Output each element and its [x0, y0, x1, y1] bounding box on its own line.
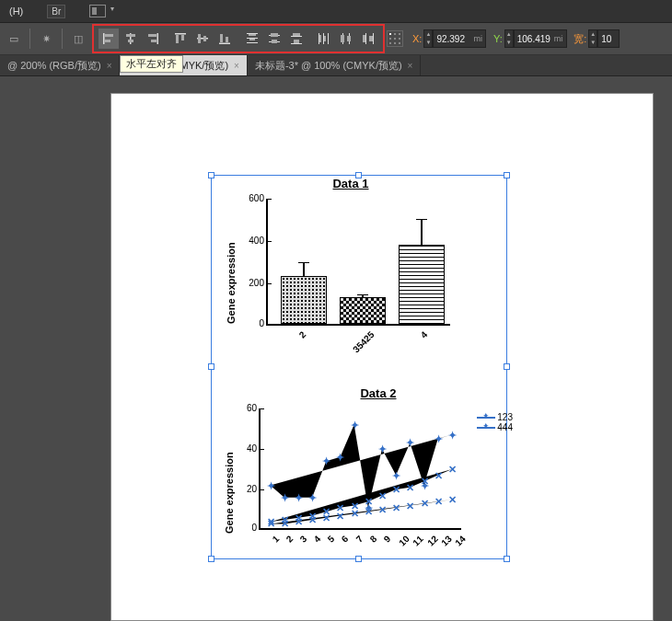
chart2-title: Data 2: [249, 386, 507, 400]
svg-rect-2: [105, 40, 110, 42]
dist-vcenter-icon[interactable]: [264, 29, 284, 49]
svg-rect-7: [148, 34, 156, 37]
svg-rect-26: [272, 40, 277, 43]
tab-doc1[interactable]: @ 200% (RGB/预览)×: [0, 55, 120, 75]
tab-doc3[interactable]: 未标题-3* @ 100% (CMYK/预览)×: [248, 55, 422, 75]
svg-rect-4: [126, 34, 135, 37]
align-top-icon[interactable]: [170, 29, 191, 49]
align-right-icon[interactable]: [143, 29, 163, 49]
chart2-legend: 123 444: [477, 412, 513, 432]
y-field: Y: ▲▼ mi: [492, 29, 568, 48]
svg-rect-28: [291, 43, 302, 44]
svg-rect-10: [176, 35, 179, 43]
bar-1: [281, 276, 327, 324]
svg-rect-17: [226, 37, 228, 42]
svg-rect-21: [249, 34, 256, 36]
chart-1: Data 1 Gene expression 600 400 200 0 2 3…: [222, 177, 452, 361]
y-label: Y:: [493, 33, 503, 44]
artboard: Data 1 Gene expression 600 400 200 0 2 3…: [110, 93, 654, 621]
svg-rect-30: [294, 40, 299, 43]
svg-rect-20: [247, 42, 258, 43]
align-hcenter-icon[interactable]: [121, 29, 141, 49]
dist-top-icon[interactable]: [242, 29, 262, 49]
x-unit: mi: [473, 34, 482, 43]
svg-rect-13: [198, 34, 201, 43]
y-unit: mi: [554, 34, 563, 43]
document-tabs: @ 200% (RGB/预览)× @ 100% (CMYK/预览)× 未标题-3…: [0, 55, 672, 76]
svg-rect-19: [247, 38, 258, 39]
svg-rect-27: [291, 36, 302, 37]
svg-rect-35: [324, 36, 326, 41]
svg-rect-0: [103, 33, 105, 44]
w-field: 宽: ▲▼: [572, 29, 620, 48]
dist-right-icon[interactable]: [358, 29, 378, 49]
svg-rect-15: [219, 43, 230, 45]
reference-point-icon[interactable]: [387, 30, 403, 47]
w-label: 宽:: [574, 32, 586, 46]
chart2-lines: [261, 408, 463, 530]
svg-rect-14: [203, 36, 206, 41]
align-bottom-icon[interactable]: [214, 29, 235, 49]
svg-rect-31: [319, 33, 319, 44]
svg-rect-40: [365, 33, 366, 44]
menu-help[interactable]: (H): [4, 6, 29, 17]
svg-rect-6: [157, 33, 159, 44]
svg-rect-16: [220, 34, 223, 42]
svg-rect-29: [293, 33, 300, 36]
svg-rect-39: [347, 36, 351, 41]
close-icon[interactable]: ×: [107, 61, 112, 71]
svg-rect-22: [249, 39, 255, 40]
svg-rect-32: [323, 33, 324, 44]
svg-rect-11: [181, 35, 184, 40]
x-spinner[interactable]: ▲▼: [423, 29, 433, 48]
tooltip-align-left: 水平左对齐: [120, 55, 183, 73]
chart1-plot: 600 400 200 0 2 35425 4: [266, 199, 450, 326]
dist-bottom-icon[interactable]: [286, 29, 307, 49]
dist-hcenter-icon[interactable]: [336, 29, 356, 49]
chart-2: Data 2 Gene expression 60 40 20 0 ✦✦✦✦✦✦…: [213, 386, 507, 570]
svg-rect-42: [363, 35, 365, 42]
close-icon[interactable]: ×: [408, 61, 413, 71]
bar-3: [399, 245, 445, 324]
chart2-ylabel: Gene expression: [224, 452, 235, 534]
svg-rect-1: [105, 34, 113, 37]
chart1-title: Data 1: [249, 177, 452, 190]
transform-icon[interactable]: ◫: [67, 28, 89, 50]
align-left-icon[interactable]: [98, 29, 119, 49]
w-spinner[interactable]: ▲▼: [588, 29, 597, 48]
canvas[interactable]: Data 1 Gene expression 600 400 200 0 2 3…: [0, 76, 672, 621]
svg-rect-33: [328, 33, 329, 44]
x-label: X:: [412, 33, 422, 44]
svg-rect-34: [319, 35, 321, 42]
menubar: (H) Br: [0, 0, 672, 23]
gear-icon[interactable]: ✷: [35, 28, 57, 50]
chart2-plot: 60 40 20 0 ✦✦✦✦✦✦✦✦✦✦✦✦✦✦✕✕✕✕✕✕✕✕✕✕✕✕✕✕✕…: [259, 408, 461, 530]
dist-left-icon[interactable]: [314, 29, 334, 49]
chart1-ylabel: Gene expression: [226, 242, 237, 324]
control-bar: ▭ ✷ ◫ X: ▲▼ mi Y: ▲▼ mi 宽: ▲▼: [0, 23, 672, 55]
align-vcenter-icon[interactable]: [192, 29, 213, 49]
doc-setup-icon[interactable]: ▭: [3, 28, 25, 50]
svg-rect-5: [128, 40, 133, 42]
svg-rect-8: [151, 40, 156, 42]
svg-rect-9: [175, 33, 186, 35]
svg-rect-18: [247, 33, 258, 34]
w-input[interactable]: [597, 29, 620, 48]
bridge-icon[interactable]: Br: [47, 5, 65, 18]
svg-rect-43: [369, 36, 373, 41]
arrange-docs-icon[interactable]: [89, 5, 106, 17]
svg-rect-41: [373, 33, 374, 44]
x-field: X: ▲▼ mi: [411, 29, 488, 48]
svg-rect-25: [271, 33, 278, 37]
align-button-group: [92, 24, 385, 53]
close-icon[interactable]: ×: [234, 61, 239, 71]
y-spinner[interactable]: ▲▼: [504, 29, 514, 48]
bar-2: [340, 297, 386, 324]
svg-rect-38: [341, 35, 344, 42]
